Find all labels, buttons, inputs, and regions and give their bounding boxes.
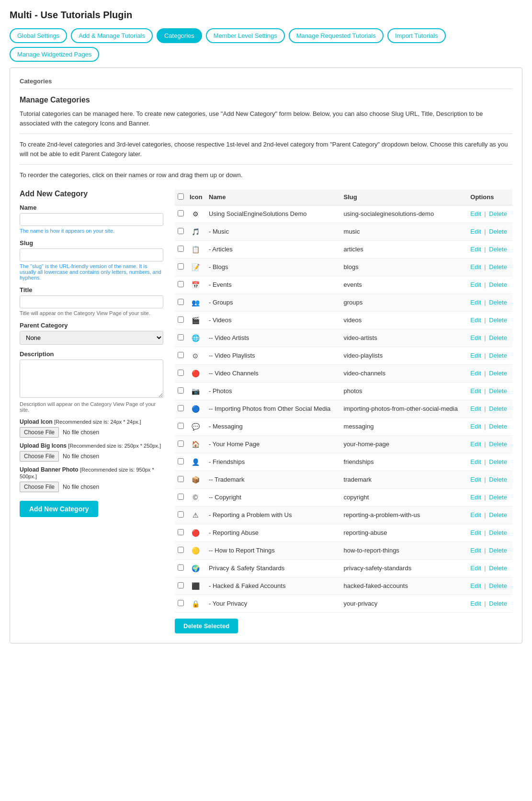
edit-link-12[interactable]: Edit bbox=[470, 423, 481, 430]
slug-input[interactable] bbox=[20, 248, 163, 261]
delete-link-5[interactable]: Delete bbox=[489, 299, 507, 306]
delete-link-9[interactable]: Delete bbox=[489, 370, 507, 377]
edit-link-10[interactable]: Edit bbox=[470, 387, 481, 395]
edit-link-17[interactable]: Edit bbox=[470, 511, 481, 519]
delete-link-0[interactable]: Delete bbox=[489, 210, 507, 217]
row-checkbox-15[interactable] bbox=[178, 476, 184, 482]
edit-link-18[interactable]: Edit bbox=[470, 529, 481, 536]
nav-tab-categories[interactable]: Categories bbox=[157, 28, 202, 43]
edit-link-5[interactable]: Edit bbox=[470, 299, 481, 306]
delete-link-11[interactable]: Delete bbox=[489, 405, 507, 412]
row-name-15: -- Trademark bbox=[206, 471, 341, 488]
edit-link-0[interactable]: Edit bbox=[470, 210, 481, 217]
delete-link-17[interactable]: Delete bbox=[489, 511, 507, 519]
row-name-7: -- Video Artists bbox=[206, 329, 341, 347]
add-new-category-button[interactable]: Add New Category bbox=[20, 501, 98, 517]
edit-link-3[interactable]: Edit bbox=[470, 263, 481, 271]
name-input[interactable] bbox=[20, 213, 163, 226]
choose-banner-button[interactable]: Choose File bbox=[20, 482, 59, 492]
delete-link-2[interactable]: Delete bbox=[489, 246, 507, 253]
description-textarea[interactable] bbox=[20, 360, 163, 398]
select-all-checkbox[interactable] bbox=[178, 193, 184, 200]
row-checkbox-16[interactable] bbox=[178, 494, 184, 500]
delete-link-13[interactable]: Delete bbox=[489, 440, 507, 448]
edit-link-4[interactable]: Edit bbox=[470, 281, 481, 288]
table-row: 🌍 Privacy & Safety Standards privacy-saf… bbox=[175, 559, 512, 577]
row-checkbox-0[interactable] bbox=[178, 210, 184, 216]
row-checkbox-1[interactable] bbox=[178, 228, 184, 234]
delete-link-14[interactable]: Delete bbox=[489, 458, 507, 465]
row-checkbox-12[interactable] bbox=[178, 423, 184, 429]
row-checkbox-20[interactable] bbox=[178, 564, 184, 571]
edit-link-15[interactable]: Edit bbox=[470, 476, 481, 483]
row-checkbox-19[interactable] bbox=[178, 547, 184, 553]
row-name-4: - Events bbox=[206, 276, 341, 293]
choose-bigicon-button[interactable]: Choose File bbox=[20, 451, 59, 462]
edit-link-21[interactable]: Edit bbox=[470, 582, 481, 589]
row-slug-14: friendships bbox=[341, 453, 468, 471]
row-checkbox-2[interactable] bbox=[178, 246, 184, 252]
delete-link-7[interactable]: Delete bbox=[489, 334, 507, 341]
delete-link-20[interactable]: Delete bbox=[489, 564, 507, 572]
row-checkbox-3[interactable] bbox=[178, 263, 184, 270]
row-checkbox-6[interactable] bbox=[178, 316, 184, 323]
edit-link-1[interactable]: Edit bbox=[470, 228, 481, 235]
edit-link-14[interactable]: Edit bbox=[470, 458, 481, 465]
delete-link-6[interactable]: Delete bbox=[489, 316, 507, 324]
nav-tab-member-level-settings[interactable]: Member Level Settings bbox=[206, 28, 285, 43]
delete-link-16[interactable]: Delete bbox=[489, 494, 507, 501]
row-checkbox-13[interactable] bbox=[178, 440, 184, 447]
row-checkbox-4[interactable] bbox=[178, 281, 184, 287]
row-checkbox-21[interactable] bbox=[178, 582, 184, 588]
edit-link-13[interactable]: Edit bbox=[470, 440, 481, 448]
title-input[interactable] bbox=[20, 295, 163, 308]
delete-link-4[interactable]: Delete bbox=[489, 281, 507, 288]
nav-tab-global-settings[interactable]: Global Settings bbox=[10, 28, 67, 43]
edit-link-7[interactable]: Edit bbox=[470, 334, 481, 341]
row-checkbox-9[interactable] bbox=[178, 370, 184, 376]
edit-link-11[interactable]: Edit bbox=[470, 405, 481, 412]
table-row: 🎬 - Videos videos Edit | Delete bbox=[175, 311, 512, 329]
edit-link-8[interactable]: Edit bbox=[470, 352, 481, 359]
row-checkbox-10[interactable] bbox=[178, 387, 184, 394]
choose-icon-button[interactable]: Choose File bbox=[20, 427, 59, 438]
nav-tab-manage-requested-tutorials[interactable]: Manage Requested Tutorials bbox=[289, 28, 384, 43]
row-slug-17: reporting-a-problem-with-us bbox=[341, 506, 468, 524]
delete-link-21[interactable]: Delete bbox=[489, 582, 507, 589]
delete-link-22[interactable]: Delete bbox=[489, 600, 507, 607]
delete-selected-button[interactable]: Delete Selected bbox=[175, 619, 238, 633]
parent-select[interactable]: None bbox=[20, 331, 163, 345]
edit-link-9[interactable]: Edit bbox=[470, 370, 481, 377]
edit-link-20[interactable]: Edit bbox=[470, 564, 481, 572]
edit-link-2[interactable]: Edit bbox=[470, 246, 481, 253]
delete-link-1[interactable]: Delete bbox=[489, 228, 507, 235]
edit-link-6[interactable]: Edit bbox=[470, 316, 481, 324]
row-checkbox-8[interactable] bbox=[178, 352, 184, 358]
row-checkbox-17[interactable] bbox=[178, 511, 184, 518]
row-checkbox-18[interactable] bbox=[178, 529, 184, 535]
delete-link-12[interactable]: Delete bbox=[489, 423, 507, 430]
row-checkbox-22[interactable] bbox=[178, 600, 184, 606]
nav-tab-add-manage-tutorials[interactable]: Add & Manage Tutorials bbox=[71, 28, 153, 43]
row-checkbox-11[interactable] bbox=[178, 405, 184, 411]
delete-link-3[interactable]: Delete bbox=[489, 263, 507, 271]
upload-icon-rec: [Recommended size is: 24px * 24px.] bbox=[54, 419, 141, 425]
delete-link-18[interactable]: Delete bbox=[489, 529, 507, 536]
row-icon-22: 🔒 bbox=[190, 598, 201, 609]
delete-link-8[interactable]: Delete bbox=[489, 352, 507, 359]
row-checkbox-7[interactable] bbox=[178, 334, 184, 340]
row-checkbox-5[interactable] bbox=[178, 299, 184, 305]
edit-link-22[interactable]: Edit bbox=[470, 600, 481, 607]
delete-link-19[interactable]: Delete bbox=[489, 547, 507, 554]
row-checkbox-14[interactable] bbox=[178, 458, 184, 464]
manage-title: Manage Categories bbox=[20, 96, 512, 104]
delete-link-15[interactable]: Delete bbox=[489, 476, 507, 483]
edit-link-16[interactable]: Edit bbox=[470, 494, 481, 501]
delete-link-10[interactable]: Delete bbox=[489, 387, 507, 395]
row-slug-21: hacked-faked-accounts bbox=[341, 577, 468, 595]
nav-tab-manage-widgetized-pages[interactable]: Manage Widgetized Pages bbox=[10, 47, 99, 62]
row-icon-14: 👤 bbox=[190, 456, 201, 468]
nav-tab-import-tutorials[interactable]: Import Tutorials bbox=[387, 28, 446, 43]
edit-link-19[interactable]: Edit bbox=[470, 547, 481, 554]
row-slug-16: copyright bbox=[341, 488, 468, 506]
